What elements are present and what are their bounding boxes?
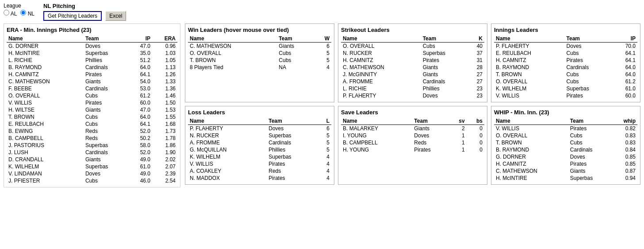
table-cell: 1.55 (152, 113, 177, 121)
al-radio-label[interactable]: AL (4, 10, 17, 17)
loss-leaders-box: Loss Leaders Name Team L P. FLAHERTYDove… (185, 106, 334, 185)
table-cell: 47.0 (128, 43, 152, 50)
innings-leaders-table: Name Team IP P. FLAHERTYDoves70.0E. REUL… (494, 35, 637, 99)
save-col-sv: sv (449, 117, 466, 125)
table-cell: 52.0 (128, 149, 152, 156)
table-row: C. MATHEWSONGiants54.01.33 (7, 78, 177, 85)
save-leaders-table: Name Team sv bs B. MALARKEYGiants20I. YO… (341, 117, 484, 153)
al-radio[interactable] (4, 10, 9, 16)
nl-radio-label[interactable]: NL (20, 10, 34, 17)
table-cell: C. MATHEWSON (494, 167, 568, 175)
table-row: N. RUCKERSuperbas5 (188, 132, 331, 139)
league-label: League (4, 3, 34, 9)
table-cell: 70.0 (612, 43, 637, 50)
table-cell: 1.68 (152, 121, 177, 128)
table-row: K. WILHELMSuperbas61.0 (494, 85, 637, 92)
table-cell: 0 (467, 139, 484, 146)
win-col-w: W (314, 35, 331, 43)
table-row: B. CAMPBELLReds50.21.78 (7, 135, 177, 142)
table-row: H. CAMNITZPirates0.85 (494, 160, 637, 167)
whip-col-name: Name (494, 117, 568, 125)
table-cell: 61.0 (128, 163, 152, 170)
table-cell: Superbas (84, 50, 128, 57)
table-cell: 0.85 (612, 160, 637, 167)
table-row: 8 Players TiedNA4 (188, 64, 331, 71)
table-cell: Cardinals (267, 139, 318, 146)
table-cell: B. RAYMOND (494, 146, 568, 153)
table-cell: Cardinals (421, 78, 468, 85)
table-cell: 61.2 (128, 92, 152, 99)
table-cell: Cubs (277, 50, 314, 57)
table-cell: H. YOUNG (341, 146, 412, 153)
loss-leaders-table: Name Team L P. FLAHERTYDoves6N. RUCKERSu… (188, 117, 331, 182)
table-row: A. COAKLEYReds4 (188, 167, 331, 175)
table-cell: Phillies (421, 85, 468, 92)
table-cell: 0.85 (612, 153, 637, 160)
table-cell: B. CAMPBELL (341, 139, 412, 146)
table-cell: T. BROWN (7, 113, 84, 121)
table-cell: B. RAYMOND (494, 64, 565, 71)
table-cell: 4 (318, 167, 331, 175)
table-cell: 52.0 (128, 128, 152, 135)
table-cell: 27 (468, 78, 484, 85)
table-cell: Doves (412, 132, 449, 139)
table-row: D. CRANDALLGiants49.02.02 (7, 156, 177, 163)
table-row: G. McQUILLANPhillies5 (188, 146, 331, 153)
table-cell: K. WILHELM (7, 163, 84, 170)
table-cell: Pirates (84, 71, 128, 78)
table-cell: 2 (449, 125, 466, 132)
table-cell: O. OVERALL (494, 132, 568, 139)
table-cell: Reds (412, 139, 449, 146)
table-row: B. EWINGReds52.01.73 (7, 128, 177, 135)
table-cell: 49.0 (128, 170, 152, 177)
table-cell: 64.1 (128, 121, 152, 128)
table-cell: Superbas (84, 142, 128, 149)
table-cell: B. MALARKEY (341, 125, 412, 132)
table-cell: 1 (449, 139, 466, 146)
table-row: C. MATHEWSONGiants28 (341, 64, 484, 71)
table-cell: Cardinals (84, 85, 128, 92)
table-cell: 0 (467, 125, 484, 132)
table-cell: 35.0 (128, 50, 152, 57)
get-pitching-button[interactable]: Get Pitching Leaders (43, 11, 102, 21)
strikeout-leaders-box: Strikeout Leaders Name Team K O. OVERALL… (338, 23, 487, 102)
table-cell: Reds (84, 135, 128, 142)
table-row: T. BROWNCubs64.01.55 (7, 113, 177, 121)
table-cell: Pirates (421, 57, 468, 64)
table-row: B. MALARKEYGiants20 (341, 125, 484, 132)
table-cell: Cubs (84, 177, 128, 184)
table-cell: 64.0 (128, 113, 152, 121)
nl-radio[interactable] (20, 10, 26, 16)
table-cell: 2.07 (152, 163, 177, 170)
table-cell: 1.33 (152, 78, 177, 85)
table-row: L. RICHIEPhillies51.21.05 (7, 57, 177, 64)
table-cell: 64.0 (612, 71, 637, 78)
table-cell: Cardinals (565, 64, 613, 71)
table-row: J. PASTORIUSSuperbas58.01.86 (7, 142, 177, 149)
table-cell: Giants (84, 78, 128, 85)
excel-button[interactable]: Excel (105, 11, 126, 21)
table-cell: 1.50 (152, 99, 177, 106)
win-leaders-title: Win Leaders (hover mouse over tied) (188, 27, 331, 33)
table-cell: Superbas (267, 153, 318, 160)
table-cell: 54.0 (128, 78, 152, 85)
table-row: C. MATHEWSONGiants6 (188, 43, 331, 50)
table-cell: V. WILLIS (7, 99, 84, 106)
whip-table: Name Team whip V. WILLISPirates0.82O. OV… (494, 117, 637, 182)
table-cell: 61.2 (612, 78, 637, 85)
table-cell: 0.94 (612, 175, 637, 182)
table-cell: Giants (84, 106, 128, 113)
table-row: B. RAYMONDCardinals64.01.13 (7, 64, 177, 71)
table-cell: Cubs (565, 71, 613, 78)
table-cell: 64.0 (128, 64, 152, 71)
table-cell: J. LUSH (7, 149, 84, 156)
table-cell: Pirates (267, 160, 318, 167)
save-col-team: Team (412, 117, 449, 125)
win-col-team: Team (277, 35, 314, 43)
nl-pitching-section: NL Pitching Get Pitching Leaders Excel (43, 3, 126, 21)
table-row: N. RUCKERSuperbas37 (341, 50, 484, 57)
table-cell: 4 (314, 64, 331, 71)
table-cell: Reds (84, 128, 128, 135)
table-cell: H. McINTIRE (494, 175, 568, 182)
table-cell: H. WILTSE (7, 106, 84, 113)
